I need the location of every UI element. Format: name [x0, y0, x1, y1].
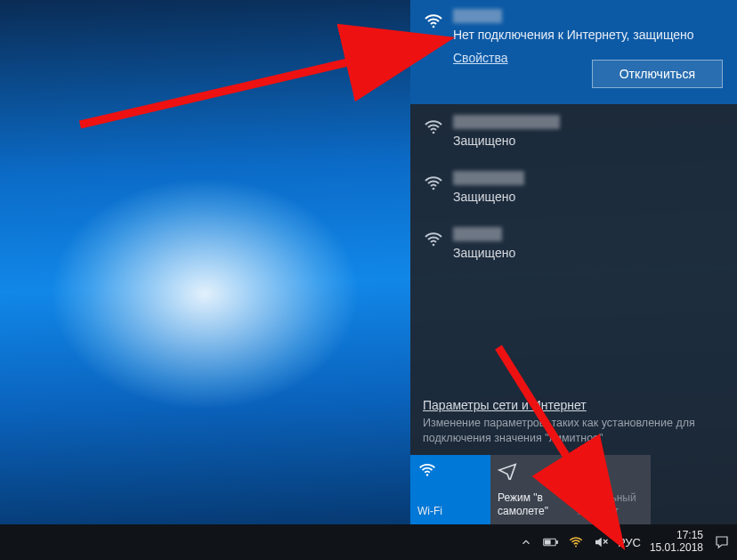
- network-item[interactable]: Защищено: [410, 104, 737, 160]
- svg-point-2: [433, 187, 435, 190]
- system-tray: [518, 534, 609, 550]
- clock-date: 15.01.2018: [650, 542, 703, 555]
- wifi-warning-icon[interactable]: [568, 534, 584, 550]
- network-settings-desc: Изменение параметров, таких как установл…: [423, 416, 725, 446]
- network-item[interactable]: Защищено: [410, 216, 737, 272]
- tile-hotspot[interactable]: Мобильный хот-спот: [571, 455, 651, 524]
- wifi-icon: [423, 229, 444, 250]
- tile-airplane[interactable]: Режим "в самолете": [490, 455, 571, 524]
- network-name-blurred: [453, 9, 502, 23]
- tile-wifi[interactable]: Wi-Fi: [410, 455, 490, 524]
- other-networks-list: Защищено Защищено: [410, 104, 737, 272]
- volume-muted-icon[interactable]: [593, 534, 609, 550]
- network-settings-block: Параметры сети и Интернет Изменение пара…: [410, 389, 737, 455]
- svg-rect-7: [556, 540, 558, 544]
- network-settings-link[interactable]: Параметры сети и Интернет: [423, 398, 587, 412]
- tile-label: Режим "в самолете": [498, 491, 563, 517]
- quick-action-tiles: Wi-Fi Режим "в самолете" Мобильный хот-с…: [410, 455, 737, 524]
- tile-label: Мобильный хот-спот: [578, 491, 644, 517]
- taskbar-clock[interactable]: 17:15 15.01.2018: [650, 530, 703, 555]
- svg-rect-8: [545, 540, 551, 544]
- network-status: Защищено: [453, 189, 725, 206]
- network-name-blurred: [453, 171, 524, 185]
- wifi-icon: [423, 11, 444, 32]
- disconnect-button[interactable]: Отключиться: [592, 60, 723, 88]
- language-indicator[interactable]: РУС: [618, 536, 641, 549]
- hotspot-icon: [578, 460, 597, 480]
- network-name-blurred: [453, 115, 560, 129]
- svg-point-3: [433, 243, 435, 246]
- tile-label: Wi-Fi: [417, 505, 483, 517]
- tray-chevron-up-icon[interactable]: [518, 534, 534, 550]
- taskbar: РУС 17:15 15.01.2018: [0, 524, 737, 560]
- network-name-blurred: [453, 227, 502, 241]
- clock-time: 17:15: [650, 530, 703, 542]
- svg-point-4: [426, 474, 428, 475]
- network-flyout: Нет подключения к Интернету, защищено Св…: [410, 0, 737, 524]
- network-status: Нет подключения к Интернету, защищено: [453, 27, 725, 44]
- wifi-icon: [423, 117, 444, 138]
- action-center-icon[interactable]: [712, 533, 732, 551]
- network-properties-link[interactable]: Свойства: [453, 51, 507, 65]
- network-status: Защищено: [453, 133, 725, 150]
- wifi-icon: [423, 173, 444, 194]
- network-item[interactable]: Защищено: [410, 160, 737, 216]
- wifi-icon: [417, 460, 437, 480]
- svg-point-9: [575, 546, 577, 548]
- svg-point-1: [433, 132, 435, 134]
- battery-icon[interactable]: [543, 534, 559, 550]
- svg-point-5: [586, 468, 589, 472]
- airplane-icon: [498, 460, 517, 480]
- network-status: Защищено: [453, 245, 725, 262]
- svg-point-0: [433, 26, 435, 28]
- network-item-active[interactable]: Нет подключения к Интернету, защищено Св…: [410, 0, 737, 104]
